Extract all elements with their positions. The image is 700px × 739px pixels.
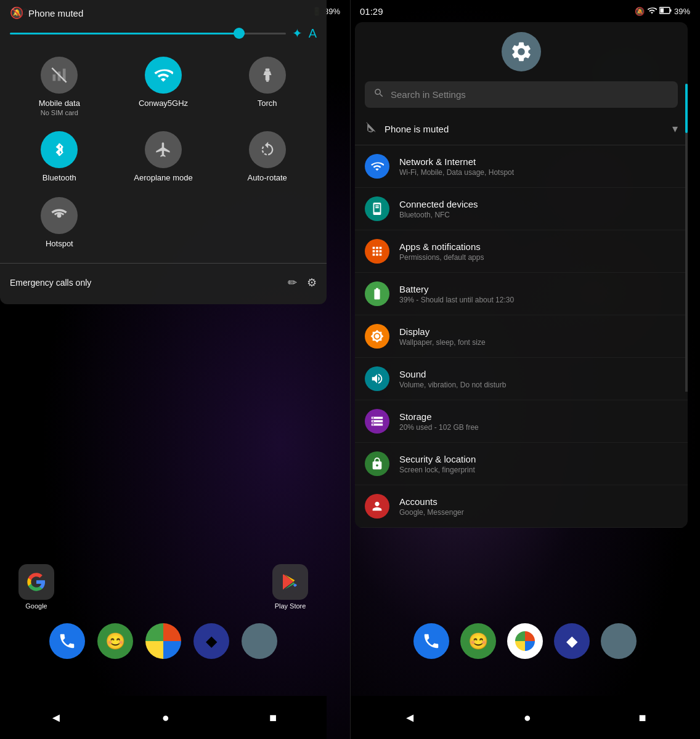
phone-icon	[49, 623, 85, 659]
phone-muted-label: Phone muted	[28, 8, 83, 18]
panel-divider	[350, 0, 351, 739]
security-subtitle: Screen lock, fingerprint	[399, 466, 678, 474]
tile-hotspot-label: Hotspot	[46, 239, 73, 248]
quick-settings-panel: 🔕 Phone muted ✦ A	[0, 0, 327, 304]
playstore-app[interactable]: Play Store	[272, 564, 308, 610]
settings-item-accounts[interactable]: Accounts Google, Messenger	[355, 485, 688, 528]
sound-icon-circle	[365, 366, 389, 391]
nav-home-right[interactable]: ●	[524, 711, 531, 725]
edit-icon[interactable]: ✏	[288, 276, 297, 289]
sound-title: Sound	[399, 369, 678, 379]
emergency-icons: ✏ ⚙	[288, 276, 317, 289]
brightness-row: ✦ A	[0, 23, 327, 47]
tile-hotspot[interactable]: Hotspot	[10, 192, 109, 253]
tile-mobile-data-label: Mobile data	[39, 99, 80, 108]
google-app[interactable]: Google	[18, 564, 54, 610]
nav-home-left[interactable]: ●	[162, 711, 169, 725]
sound-subtitle: Volume, vibration, Do not disturb	[399, 381, 678, 389]
dock-diamond-right[interactable]: ◆	[554, 623, 590, 659]
settings-gear-icon	[502, 32, 541, 71]
settings-list: Network & Internet Wi-Fi, Mobile, Data u…	[355, 145, 688, 528]
brightness-auto-icon[interactable]: A	[309, 26, 317, 41]
settings-item-sound[interactable]: Sound Volume, vibration, Do not disturb	[355, 358, 688, 400]
battery-item-text: Battery 39% - Should last until about 12…	[399, 284, 678, 304]
left-panel: 01:28 🔋 39% 🔕 Phone muted ✦ A	[0, 0, 350, 739]
tile-aeroplane-label: Aeroplane mode	[134, 173, 192, 182]
settings-item-security[interactable]: Security & location Screen lock, fingerp…	[355, 443, 688, 485]
tile-aeroplane-circle	[145, 131, 182, 168]
brightness-track[interactable]	[10, 33, 286, 34]
nav-bar-right: ◄ ● ■	[350, 696, 700, 739]
settings-search-bar[interactable]: Search in Settings	[365, 81, 678, 108]
battery-percent-right: 39%	[674, 7, 690, 16]
dock-face-right[interactable]: 😊	[460, 623, 496, 659]
storage-title: Storage	[399, 411, 678, 422]
dock-multicolor-right[interactable]	[507, 623, 543, 659]
chevron-down-icon: ▾	[672, 122, 678, 135]
settings-item-storage[interactable]: Storage 20% used - 102 GB free	[355, 400, 688, 443]
connected-devices-icon-circle	[365, 196, 389, 221]
qs-divider	[0, 263, 327, 264]
dock-gray[interactable]	[242, 623, 277, 659]
status-icons-right: 🔕 39%	[635, 6, 690, 17]
connected-devices-subtitle: Bluetooth, NFC	[399, 211, 678, 219]
search-placeholder: Search in Settings	[391, 89, 466, 100]
settings-item-battery[interactable]: Battery 39% - Should last until about 12…	[355, 273, 688, 315]
svg-rect-6	[266, 81, 268, 82]
tile-mobile-data[interactable]: Mobile data No SIM card	[10, 52, 109, 121]
diamond-icon: ◆	[193, 623, 229, 659]
status-time-right: 01:29	[360, 6, 383, 17]
dock-gray-right[interactable]	[601, 623, 637, 659]
settings-scrollbar-track	[685, 84, 688, 392]
phone-muted-icon-right	[365, 121, 377, 136]
tile-hotspot-circle	[41, 197, 78, 234]
network-icon-circle	[365, 154, 389, 179]
tile-wifi[interactable]: Conway5GHz	[114, 52, 213, 121]
wifi-icon-status	[647, 6, 657, 17]
settings-item-connected-devices[interactable]: Connected devices Bluetooth, NFC	[355, 188, 688, 230]
display-item-text: Display Wallpaper, sleep, font size	[399, 326, 678, 347]
dock-phone[interactable]	[49, 623, 85, 659]
tile-bluetooth[interactable]: Bluetooth	[10, 126, 109, 187]
settings-panel: Search in Settings Phone is muted ▾	[355, 22, 688, 528]
tile-torch[interactable]: Torch	[218, 52, 317, 121]
accounts-subtitle: Google, Messenger	[399, 508, 678, 517]
tile-wifi-label: Conway5GHz	[139, 99, 188, 108]
nav-recents-left[interactable]: ■	[269, 711, 277, 725]
brightness-sun-icon[interactable]: ✦	[292, 26, 303, 41]
dock-phone-right[interactable]	[413, 623, 449, 659]
storage-subtitle: 20% used - 102 GB free	[399, 423, 678, 432]
svg-rect-12	[375, 206, 379, 207]
apps-subtitle: Permissions, default apps	[399, 253, 678, 262]
dock-face-green[interactable]: 😊	[97, 623, 133, 659]
playstore-label: Play Store	[275, 602, 306, 610]
tile-autorotate[interactable]: Auto-rotate	[218, 126, 317, 187]
green-face-icon: 😊	[97, 623, 133, 659]
nav-back-left[interactable]: ◄	[50, 711, 62, 725]
settings-item-display[interactable]: Display Wallpaper, sleep, font size	[355, 315, 688, 358]
settings-item-apps[interactable]: Apps & notifications Permissions, defaul…	[355, 230, 688, 273]
settings-icon-qs[interactable]: ⚙	[307, 276, 317, 289]
dock-apps-left: 😊 ◆	[0, 623, 327, 659]
tile-aeroplane[interactable]: Aeroplane mode	[114, 126, 213, 187]
tile-torch-circle	[249, 57, 286, 94]
display-title: Display	[399, 326, 678, 337]
svg-rect-2	[58, 71, 61, 81]
svg-rect-10	[660, 8, 664, 12]
settings-item-network[interactable]: Network & Internet Wi-Fi, Mobile, Data u…	[355, 145, 688, 188]
nav-recents-right[interactable]: ■	[639, 711, 646, 725]
phone-muted-row[interactable]: Phone is muted ▾	[355, 113, 688, 145]
gray-icon	[242, 623, 277, 659]
phone-muted-left: Phone is muted	[365, 121, 449, 136]
dock-diamond[interactable]: ◆	[193, 623, 229, 659]
gray-icon-right	[601, 623, 637, 659]
nav-back-right[interactable]: ◄	[404, 711, 416, 725]
svg-point-8	[57, 214, 62, 218]
svg-rect-11	[670, 9, 671, 12]
dock-apps-right: 😊 ◆	[350, 623, 700, 659]
google-label: Google	[25, 602, 47, 610]
settings-scrollbar-thumb[interactable]	[685, 84, 688, 133]
accounts-title: Accounts	[399, 496, 678, 507]
dock-multicolor[interactable]	[145, 623, 181, 659]
brightness-thumb[interactable]	[234, 28, 245, 39]
